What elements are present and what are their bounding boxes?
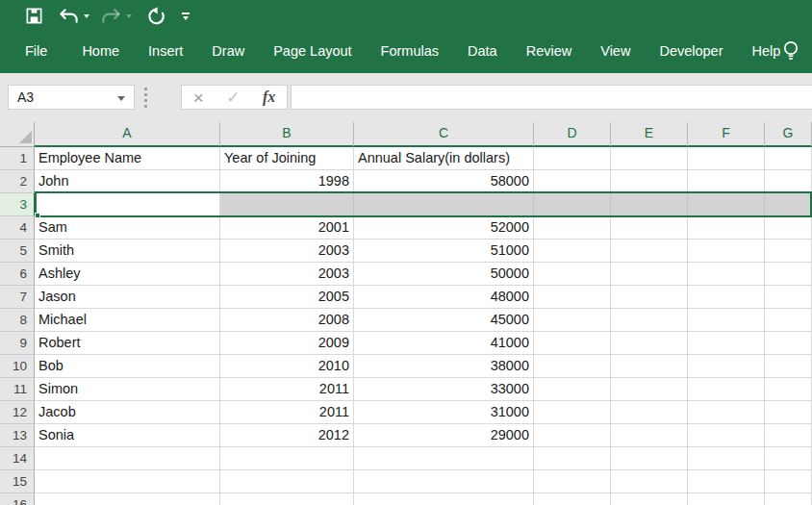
cell-E5[interactable] xyxy=(611,240,688,263)
lightbulb-icon[interactable] xyxy=(780,38,801,63)
cell-G15[interactable] xyxy=(765,470,812,493)
cell-E1[interactable] xyxy=(611,147,688,170)
menu-tab-developer[interactable]: Developer xyxy=(659,43,723,59)
cell-D4[interactable] xyxy=(534,216,611,240)
menu-tab-formulas[interactable]: Formulas xyxy=(381,43,439,59)
name-box-dropdown-icon[interactable] xyxy=(117,96,125,101)
menu-tab-view[interactable]: View xyxy=(600,43,630,59)
menu-tab-review[interactable]: Review xyxy=(526,43,572,59)
cell-D12[interactable] xyxy=(534,401,611,424)
cell-B13[interactable]: 2012 xyxy=(220,424,354,447)
cell-D6[interactable] xyxy=(534,263,611,286)
column-header-g[interactable]: G xyxy=(765,122,812,147)
cell-C6[interactable]: 50000 xyxy=(354,263,534,286)
cell-B14[interactable] xyxy=(220,447,354,470)
cell-A13[interactable]: Sonia xyxy=(35,424,220,447)
cell-C8[interactable]: 45000 xyxy=(354,309,534,332)
undo-icon[interactable] xyxy=(59,4,79,29)
cell-A12[interactable]: Jacob xyxy=(35,401,220,424)
cell-G6[interactable] xyxy=(765,263,812,286)
cell-G9[interactable] xyxy=(765,332,812,355)
cell-C12[interactable]: 31000 xyxy=(354,401,534,424)
cell-E7[interactable] xyxy=(611,286,688,309)
cell-C9[interactable]: 41000 xyxy=(354,332,534,355)
undo-dropdown-icon[interactable] xyxy=(84,14,89,18)
cell-A7[interactable]: Jason xyxy=(35,286,220,309)
cell-A1[interactable]: Employee Name xyxy=(35,147,220,170)
cell-G10[interactable] xyxy=(765,355,812,378)
cell-D15[interactable] xyxy=(534,470,611,493)
cell-C16[interactable] xyxy=(354,493,534,505)
menu-tab-help[interactable]: Help xyxy=(752,43,781,59)
cell-F4[interactable] xyxy=(688,216,765,240)
cell-D11[interactable] xyxy=(534,378,611,401)
cell-D13[interactable] xyxy=(534,424,611,447)
cell-D7[interactable] xyxy=(534,286,611,309)
cell-G3[interactable] xyxy=(765,193,812,216)
cell-A15[interactable] xyxy=(35,470,220,493)
row-header-2[interactable]: 2 xyxy=(0,170,35,193)
customize-quick-access-icon[interactable] xyxy=(182,4,190,29)
row-header-11[interactable]: 11 xyxy=(0,378,35,401)
row-header-3[interactable]: 3 xyxy=(0,193,35,216)
cell-D2[interactable] xyxy=(534,170,611,193)
cell-E3[interactable] xyxy=(611,193,688,216)
cell-C1[interactable]: Annual Salary(in dollars) xyxy=(354,147,534,170)
menu-tab-data[interactable]: Data xyxy=(468,43,497,59)
row-header-6[interactable]: 6 xyxy=(0,263,35,286)
cell-G13[interactable] xyxy=(765,424,812,447)
column-header-b[interactable]: B xyxy=(220,122,354,147)
menu-tab-insert[interactable]: Insert xyxy=(148,43,183,59)
cell-D8[interactable] xyxy=(534,309,611,332)
menu-tab-draw[interactable]: Draw xyxy=(212,43,244,59)
row-header-15[interactable]: 15 xyxy=(0,470,35,493)
row-header-16[interactable]: 16 xyxy=(0,493,35,505)
cell-E2[interactable] xyxy=(611,170,688,193)
cell-G7[interactable] xyxy=(765,286,812,309)
cell-B10[interactable]: 2010 xyxy=(220,355,354,378)
cell-E14[interactable] xyxy=(611,447,688,470)
cell-E8[interactable] xyxy=(611,309,688,332)
cell-F16[interactable] xyxy=(688,493,765,505)
cell-D3[interactable] xyxy=(534,193,611,216)
cell-D5[interactable] xyxy=(534,240,611,263)
cell-F8[interactable] xyxy=(688,309,765,332)
formula-separator-dots[interactable] xyxy=(144,88,147,108)
cell-B3[interactable] xyxy=(220,193,354,216)
cell-F2[interactable] xyxy=(688,170,765,193)
menu-tab-home[interactable]: Home xyxy=(82,43,119,59)
cell-E9[interactable] xyxy=(611,332,688,355)
cell-B11[interactable]: 2011 xyxy=(220,378,354,401)
cell-F15[interactable] xyxy=(688,470,765,493)
cell-F12[interactable] xyxy=(688,401,765,424)
cell-F13[interactable] xyxy=(688,424,765,447)
cell-C11[interactable]: 33000 xyxy=(354,378,534,401)
row-header-5[interactable]: 5 xyxy=(0,240,35,263)
cell-B5[interactable]: 2003 xyxy=(220,240,354,263)
cell-A9[interactable]: Robert xyxy=(35,332,220,355)
cell-F7[interactable] xyxy=(688,286,765,309)
cancel-button[interactable]: × xyxy=(193,88,204,107)
row-header-4[interactable]: 4 xyxy=(0,216,35,240)
cell-E10[interactable] xyxy=(611,355,688,378)
cell-G1[interactable] xyxy=(765,147,812,170)
cell-G16[interactable] xyxy=(765,493,812,505)
row-header-10[interactable]: 10 xyxy=(0,355,35,378)
cell-A14[interactable] xyxy=(35,447,220,470)
refresh-icon[interactable] xyxy=(147,4,166,29)
insert-function-button[interactable]: fx xyxy=(263,88,275,106)
menu-tab-page-layout[interactable]: Page Layout xyxy=(273,43,351,59)
cell-G4[interactable] xyxy=(765,216,812,240)
cell-C3[interactable] xyxy=(354,193,534,216)
cell-B9[interactable]: 2009 xyxy=(220,332,354,355)
row-header-13[interactable]: 13 xyxy=(0,424,35,447)
cell-C4[interactable]: 52000 xyxy=(354,216,534,240)
enter-button[interactable]: ✓ xyxy=(226,89,240,106)
cell-B4[interactable]: 2001 xyxy=(220,216,354,240)
cell-C5[interactable]: 51000 xyxy=(354,240,534,263)
row-header-1[interactable]: 1 xyxy=(0,147,35,170)
cell-D14[interactable] xyxy=(534,447,611,470)
cell-B15[interactable] xyxy=(220,470,354,493)
cell-F14[interactable] xyxy=(688,447,765,470)
formula-input[interactable] xyxy=(291,85,812,110)
